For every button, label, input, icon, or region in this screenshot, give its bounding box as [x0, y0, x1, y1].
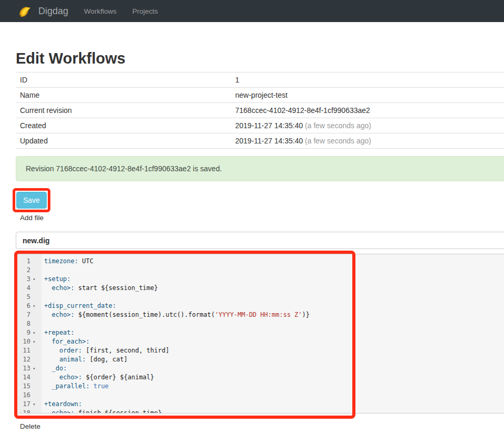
fold-arrow-icon[interactable]: ▾: [30, 337, 38, 346]
file-name-input[interactable]: [16, 232, 504, 249]
code-text: timezone: UTC: [38, 257, 93, 266]
digdag-logo-icon[interactable]: [17, 4, 32, 18]
line-number: 8: [16, 319, 30, 328]
code-text: animal: [dog, cat]: [38, 355, 128, 364]
fold-arrow-icon[interactable]: ▾: [30, 275, 38, 284]
detail-value: new-project-test: [231, 88, 504, 103]
code-line[interactable]: 9▾+repeat:: [16, 328, 504, 337]
code-text: _do:: [38, 364, 67, 373]
detail-label: Name: [16, 88, 231, 103]
line-number: 11: [16, 346, 30, 355]
detail-label: Created: [16, 118, 231, 133]
fold-spacer: [30, 284, 38, 293]
code-line[interactable]: 6▾+disp_current_date:: [16, 302, 504, 311]
code-text: +setup:: [38, 275, 71, 284]
detail-value: 2019-11-27 14:35:40 (a few seconds ago): [231, 133, 504, 149]
code-line[interactable]: 16: [16, 391, 504, 400]
code-editor[interactable]: 1timezone: UTC23▾+setup:4 echo>: start $…: [16, 254, 504, 413]
code-line[interactable]: 10▾ for_each>:: [16, 337, 504, 346]
code-line[interactable]: 17▾+teardown:: [16, 400, 504, 409]
code-text: [38, 266, 44, 275]
code-line[interactable]: 14 echo>: ${order} ${animal}: [16, 373, 504, 382]
code-text: echo>: start ${session_time}: [38, 284, 158, 293]
detail-label: Current revision: [16, 103, 231, 118]
details-row: Updated2019-11-27 14:35:40 (a few second…: [16, 133, 504, 149]
code-text: +disp_current_date:: [38, 302, 116, 311]
fold-spacer: [30, 346, 38, 355]
fold-arrow-icon[interactable]: ▾: [30, 302, 38, 311]
fold-spacer: [30, 257, 38, 266]
code-text: echo>: ${moment(session_time).utc().form…: [38, 311, 310, 319]
fold-spacer: [30, 311, 38, 319]
relative-time: (a few seconds ago): [303, 137, 371, 145]
code-lines[interactable]: 1timezone: UTC23▾+setup:4 echo>: start $…: [16, 254, 504, 413]
page-title: Edit Workflows: [16, 50, 504, 67]
save-button[interactable]: Save: [16, 192, 47, 209]
line-number: 17: [16, 400, 30, 409]
fold-spacer: [30, 293, 38, 302]
fold-spacer: [30, 266, 38, 275]
details-row: Current revision7168ccec-4102-4912-8e4f-…: [16, 103, 504, 118]
nav-item-workflows[interactable]: Workflows: [84, 7, 117, 15]
nav-item-projects[interactable]: Projects: [132, 7, 158, 15]
code-line[interactable]: 11 order: [first, second, third]: [16, 346, 504, 355]
fold-spacer: [30, 373, 38, 382]
add-file-link[interactable]: Add file: [20, 214, 51, 222]
code-line[interactable]: 15 _parallel: true: [16, 382, 504, 391]
detail-value: 1: [231, 73, 504, 88]
code-text: for_each>:: [38, 337, 90, 346]
code-line[interactable]: 18 echo>: finish ${session_time}: [16, 409, 504, 413]
line-number: 3: [16, 275, 30, 284]
line-number: 14: [16, 373, 30, 382]
code-text: _parallel: true: [38, 382, 109, 391]
details-table-body: ID1Namenew-project-testCurrent revision7…: [16, 73, 504, 149]
workflow-details-table: ID1Namenew-project-testCurrent revision7…: [16, 72, 504, 149]
success-alert-text: Revision 7168ccec-4102-4912-8e4f-1cf9906…: [26, 164, 222, 173]
line-number: 9: [16, 328, 30, 337]
line-number: 4: [16, 284, 30, 293]
code-line[interactable]: 5: [16, 293, 504, 302]
line-number: 5: [16, 293, 30, 302]
success-alert: Revision 7168ccec-4102-4912-8e4f-1cf9906…: [16, 156, 504, 181]
code-line[interactable]: 8: [16, 319, 504, 328]
code-text: [38, 391, 44, 400]
code-line[interactable]: 2: [16, 266, 504, 275]
line-number: 1: [16, 257, 30, 266]
line-number: 7: [16, 311, 30, 319]
code-line[interactable]: 3▾+setup:: [16, 275, 504, 284]
delete-file-link[interactable]: Delete: [20, 422, 51, 430]
relative-time: (a few seconds ago): [303, 121, 371, 130]
code-line[interactable]: 12 animal: [dog, cat]: [16, 355, 504, 364]
line-number: 12: [16, 355, 30, 364]
code-text: [38, 319, 44, 328]
line-number: 2: [16, 266, 30, 275]
code-text: echo>: ${order} ${animal}: [38, 373, 154, 382]
detail-label: Updated: [16, 133, 231, 149]
detail-label: ID: [16, 73, 231, 88]
code-text: +teardown:: [38, 400, 82, 409]
navbar-brand[interactable]: Digdag: [38, 6, 68, 17]
navbar: Digdag Workflows Projects: [0, 0, 504, 22]
code-text: [38, 293, 44, 302]
code-line[interactable]: 1timezone: UTC: [16, 257, 504, 266]
line-number: 15: [16, 382, 30, 391]
fold-spacer: [30, 409, 38, 413]
line-number: 13: [16, 364, 30, 373]
fold-arrow-icon[interactable]: ▾: [30, 328, 38, 337]
code-line[interactable]: 4 echo>: start ${session_time}: [16, 284, 504, 293]
line-number: 10: [16, 337, 30, 346]
line-number: 16: [16, 391, 30, 400]
code-line[interactable]: 13▾ _do:: [16, 364, 504, 373]
fold-spacer: [30, 391, 38, 400]
code-text: +repeat:: [38, 328, 75, 337]
fold-arrow-icon[interactable]: ▾: [30, 400, 38, 409]
details-row: Namenew-project-test: [16, 88, 504, 103]
fold-arrow-icon[interactable]: ▾: [30, 364, 38, 373]
line-number: 18: [16, 409, 30, 413]
save-highlight-box: Save: [13, 188, 50, 212]
line-number: 6: [16, 302, 30, 311]
code-line[interactable]: 7 echo>: ${moment(session_time).utc().fo…: [16, 311, 504, 319]
fold-spacer: [30, 319, 38, 328]
fold-spacer: [30, 355, 38, 364]
fold-spacer: [30, 382, 38, 391]
